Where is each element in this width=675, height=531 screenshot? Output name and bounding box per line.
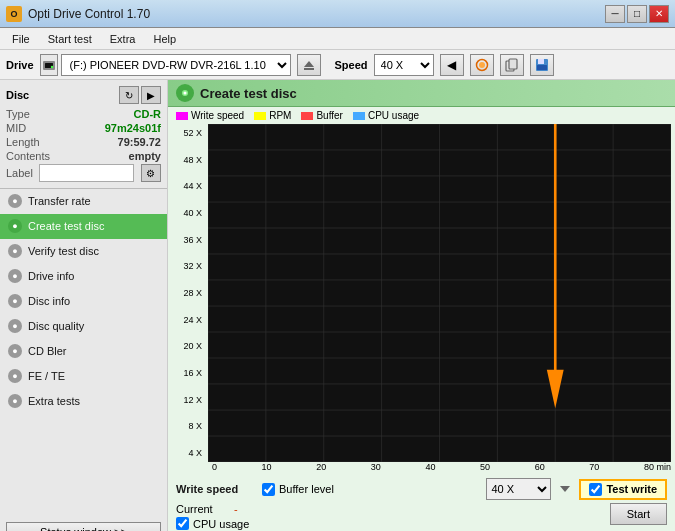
svg-rect-10 (538, 59, 544, 64)
disc-panel: Disc ↻ ▶ Type CD-R MID 97m24s01f Length … (0, 80, 167, 189)
y-label-4x: 4 X (168, 448, 204, 458)
start-button-area: Start (610, 503, 667, 525)
dropdown-icon (557, 481, 573, 497)
y-label-28x: 28 X (168, 288, 204, 298)
disc-quality-icon: ● (8, 319, 22, 333)
sidebar-item-create-test-disc[interactable]: ● Create test disc (0, 214, 167, 239)
y-label-16x: 16 X (168, 368, 204, 378)
stats-column: Current - CPU usage Start - End - (176, 503, 313, 531)
cpu-usage-checkbox[interactable] (176, 517, 189, 530)
copy-button[interactable] (500, 54, 524, 76)
legend-write-speed: Write speed (176, 110, 244, 121)
test-write-label: Test write (606, 483, 657, 495)
minimize-button[interactable]: ─ (605, 5, 625, 23)
x-label-70: 70 (589, 462, 599, 472)
disc-type-row: Type CD-R (6, 108, 161, 120)
disc-panel-header: Disc ↻ ▶ (6, 86, 161, 104)
sidebar-item-label-extra-tests: Extra tests (28, 395, 80, 407)
svg-point-14 (184, 92, 187, 95)
sidebar-item-cd-bler[interactable]: ● CD Bler (0, 339, 167, 364)
drive-icon (40, 54, 58, 76)
speed-select[interactable]: Max4 X8 X16 X24 X32 X40 X48 X52 X (374, 54, 434, 76)
y-label-40x: 40 X (168, 208, 204, 218)
test-write-box: Test write (579, 479, 667, 500)
menu-start-test[interactable]: Start test (40, 31, 100, 47)
x-label-30: 30 (371, 462, 381, 472)
legend-buffer-color (301, 112, 313, 120)
window-title: Opti Drive Control 1.70 (28, 7, 150, 21)
disc-type-value: CD-R (134, 108, 162, 120)
svg-point-2 (50, 65, 52, 67)
save-button[interactable] (530, 54, 554, 76)
legend-rpm-label: RPM (269, 110, 291, 121)
x-label-40: 40 (425, 462, 435, 472)
transfer-rate-icon: ● (8, 194, 22, 208)
erase-button[interactable] (470, 54, 494, 76)
y-label-12x: 12 X (168, 395, 204, 405)
write-speed-label: Write speed (176, 483, 246, 495)
cd-bler-icon: ● (8, 344, 22, 358)
sidebar-item-label-transfer-rate: Transfer rate (28, 195, 91, 207)
x-label-80min: 80 min (644, 462, 671, 472)
sidebar-item-label-create-test-disc: Create test disc (28, 220, 104, 232)
main-layout: Disc ↻ ▶ Type CD-R MID 97m24s01f Length … (0, 80, 675, 531)
close-button[interactable]: ✕ (649, 5, 669, 23)
sidebar-item-drive-info[interactable]: ● Drive info (0, 264, 167, 289)
buffer-level-check-label[interactable]: Buffer level (262, 483, 334, 496)
speed-label: Speed (335, 59, 368, 71)
y-label-36x: 36 X (168, 235, 204, 245)
content-header: Create test disc (168, 80, 675, 107)
drive-select[interactable]: (F:) PIONEER DVD-RW DVR-216L 1.10 (61, 54, 291, 76)
sidebar: Disc ↻ ▶ Type CD-R MID 97m24s01f Length … (0, 80, 168, 531)
legend-write-speed-label: Write speed (191, 110, 244, 121)
sidebar-item-verify-test-disc[interactable]: ● Verify test disc (0, 239, 167, 264)
sidebar-item-label-verify-test-disc: Verify test disc (28, 245, 99, 257)
sidebar-item-extra-tests[interactable]: ● Extra tests (0, 389, 167, 414)
drive-info-icon: ● (8, 269, 22, 283)
sidebar-item-label-drive-info: Drive info (28, 270, 74, 282)
legend-buffer: Buffer (301, 110, 343, 121)
disc-length-label: Length (6, 136, 40, 148)
sidebar-item-disc-quality[interactable]: ● Disc quality (0, 314, 167, 339)
write-speed-select[interactable]: Max4 X8 X16 X24 X32 X40 X48 X52 X (486, 478, 551, 500)
title-bar-left: O Opti Drive Control 1.70 (6, 6, 150, 22)
sidebar-item-label-cd-bler: CD Bler (28, 345, 67, 357)
disc-header-controls: ↻ ▶ (119, 86, 161, 104)
x-label-20: 20 (316, 462, 326, 472)
buffer-level-label: Buffer level (279, 483, 334, 495)
cpu-usage-check-label[interactable]: CPU usage (176, 517, 249, 530)
start-button[interactable]: Start (610, 503, 667, 525)
menu-extra[interactable]: Extra (102, 31, 144, 47)
menu-file[interactable]: File (4, 31, 38, 47)
disc-arrow-button[interactable]: ▶ (141, 86, 161, 104)
menu-help[interactable]: Help (145, 31, 184, 47)
verify-test-disc-icon: ● (8, 244, 22, 258)
disc-refresh-button[interactable]: ↻ (119, 86, 139, 104)
chart-svg (208, 124, 671, 462)
chart-container (208, 124, 671, 462)
disc-type-label: Type (6, 108, 30, 120)
disc-label-settings-button[interactable]: ⚙ (141, 164, 161, 182)
sidebar-item-fe-te[interactable]: ● FE / TE (0, 364, 167, 389)
legend-write-speed-color (176, 112, 188, 120)
status-window-button[interactable]: Status window >> (6, 522, 161, 531)
maximize-button[interactable]: □ (627, 5, 647, 23)
disc-label-input[interactable] (39, 164, 134, 182)
sidebar-item-disc-info[interactable]: ● Disc info (0, 289, 167, 314)
stat-current-value: - (234, 503, 238, 515)
buffer-level-checkbox[interactable] (262, 483, 275, 496)
disc-mid-value: 97m24s01f (105, 122, 161, 134)
disc-label-label: Label (6, 167, 33, 179)
x-label-0: 0 (212, 462, 217, 472)
test-write-checkbox[interactable] (589, 483, 602, 496)
disc-contents-label: Contents (6, 150, 50, 162)
legend-cpu-usage: CPU usage (353, 110, 419, 121)
chart-legend: Write speed RPM Buffer CPU usage (168, 107, 675, 124)
sidebar-item-label-disc-info: Disc info (28, 295, 70, 307)
eject-button[interactable] (297, 54, 321, 76)
drive-label: Drive (6, 59, 34, 71)
sidebar-item-transfer-rate[interactable]: ● Transfer rate (0, 189, 167, 214)
chart-controls: Write speed Buffer level Max4 X8 X16 X24… (168, 474, 675, 531)
arrow-left-button[interactable]: ◀ (440, 54, 464, 76)
y-label-24x: 24 X (168, 315, 204, 325)
